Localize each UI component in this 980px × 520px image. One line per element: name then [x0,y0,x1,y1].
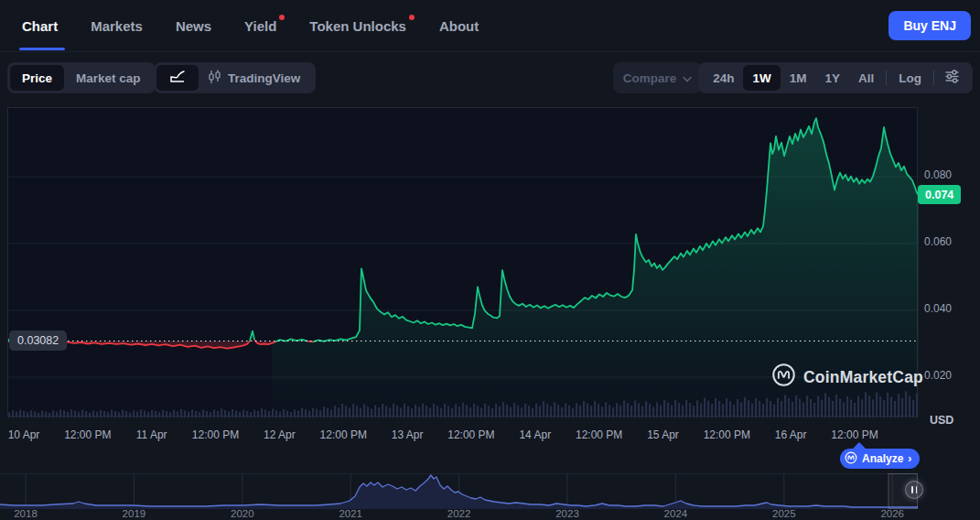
nav-item-news[interactable]: News [176,0,211,52]
divider [933,70,934,85]
navigator-year-label: 2018 [0,508,53,519]
x-axis-label: 12:00 PM [435,428,508,441]
tradingview-label: TradingView [228,71,300,85]
analyze-logo-icon [845,451,857,467]
metric-toggle: Price Market cap [7,62,156,93]
coinmarketcap-chart-page: ChartMarketsNewsYieldToken UnlocksAbout … [0,0,980,520]
metric-marketcap-option[interactable]: Market cap [64,65,153,91]
compare-label: Compare [623,71,677,85]
currency-unit-label: USD [930,414,953,427]
nav-item-label: Token Unlocks [309,18,406,34]
nav-item-token-unlocks[interactable]: Token Unlocks [309,0,406,52]
nav-item-about[interactable]: About [439,0,479,52]
navigator-year-label: 2019 [106,508,161,519]
notification-dot [409,15,415,20]
analyze-button[interactable]: Analyze › [840,449,920,469]
navigator-year-label: 2026 [865,508,920,519]
candlestick-icon [208,70,221,87]
y-axis-label: 0.080 [924,168,972,181]
navigator-range-handle[interactable] [905,481,923,499]
active-tab-underline [19,48,65,50]
navigator-svg [0,473,918,509]
analyze-label: Analyze [862,452,903,465]
x-axis-label: 12:00 PM [179,428,253,441]
navigator-year-label: 2024 [648,508,703,519]
history-navigator[interactable] [0,473,918,509]
chevron-down-icon [683,71,692,85]
navigator-year-label: 2021 [323,508,378,519]
nav-item-markets[interactable]: Markets [91,0,143,52]
x-axis-label: 12:00 PM [690,428,763,441]
line-chart-icon [169,70,186,86]
x-axis-label: 12 Apr [242,428,316,441]
sliders-icon [944,69,960,87]
x-axis-label: 14 Apr [499,428,572,441]
x-axis-label: 12:00 PM [818,428,891,441]
chart-toolbar: Price Market cap TradingView Compare [0,62,980,93]
range-all[interactable]: All [849,65,883,91]
x-axis-label: 16 Apr [754,428,827,441]
watermark-label: CoinMarketCap [803,368,923,387]
compare-button[interactable]: Compare [613,62,702,93]
nav-item-label: Chart [22,18,58,34]
navigator-year-label: 2023 [540,508,595,519]
tradingview-view-option[interactable]: TradingView [199,70,313,87]
x-axis-label: 15 Apr [627,428,700,441]
range-1m[interactable]: 1M [781,65,816,91]
navigator-year-label: 2020 [215,508,270,519]
metric-price-option[interactable]: Price [10,65,64,91]
chart-settings-button[interactable] [937,69,967,87]
nav-item-chart[interactable]: Chart [22,0,58,52]
current-price-badge: 0.074 [918,185,961,204]
y-axis-label: 0.060 [924,235,972,248]
buy-enj-button[interactable]: Buy ENJ [888,11,971,40]
main-nav: ChartMarketsNewsYieldToken UnlocksAbout [22,0,479,52]
chevron-right-icon: › [908,452,911,465]
x-axis-label: 12:00 PM [563,428,636,441]
page-header: ChartMarketsNewsYieldToken UnlocksAbout … [0,0,980,52]
nav-item-yield[interactable]: Yield [244,0,276,52]
x-axis-label: 13 Apr [371,428,444,441]
coinmarketcap-watermark: CoinMarketCap [771,363,923,392]
range-1y[interactable]: 1Y [815,65,849,91]
view-toggle: TradingView [154,62,316,93]
navigator-year-label: 2022 [432,508,487,519]
nav-item-label: About [439,18,479,34]
nav-item-label: News [176,18,211,34]
x-axis-label: 12:00 PM [307,428,380,441]
nav-item-label: Yield [244,18,276,34]
divider [886,70,887,85]
range-1w[interactable]: 1W [743,65,780,91]
coinmarketcap-logo-icon [771,363,796,392]
navigator-year-label: 2025 [757,508,812,519]
log-scale-toggle[interactable]: Log [889,65,931,91]
notification-dot [279,15,285,20]
x-axis-label: 12:00 PM [51,428,124,441]
y-axis-label: 0.040 [924,302,972,315]
nav-item-label: Markets [91,18,143,34]
open-price-badge: 0.03082 [9,330,67,351]
x-axis-label: 11 Apr [115,428,188,441]
line-chart-view-option[interactable] [156,65,199,91]
range-selector: 24h 1W 1M 1Y All Log [698,62,973,93]
range-24h[interactable]: 24h [704,65,743,91]
y-axis-label: 0.020 [924,369,972,382]
